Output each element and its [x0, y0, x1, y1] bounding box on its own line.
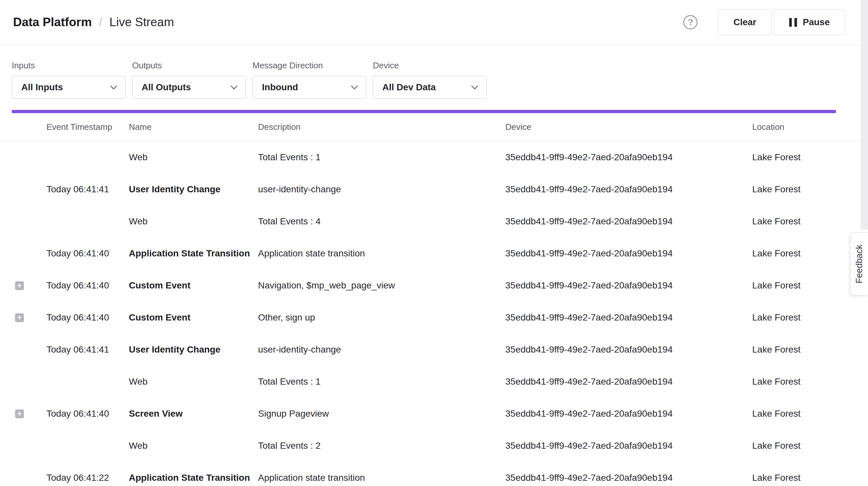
- table-row[interactable]: WebTotal Events : 435eddb41-9ff9-49e2-7a…: [0, 205, 868, 238]
- event-name: Application State Transition: [129, 473, 258, 483]
- event-description: Total Events : 2: [258, 441, 505, 451]
- event-device-id: 35eddb41-9ff9-49e2-7aed-20afa90eb194: [505, 441, 752, 451]
- table-row[interactable]: Today 06:41:22Application State Transiti…: [0, 462, 868, 486]
- scrollbar[interactable]: [861, 0, 868, 230]
- event-name: Web: [129, 441, 258, 451]
- event-location: Lake Forest: [752, 344, 836, 355]
- event-device-id: 35eddb41-9ff9-49e2-7aed-20afa90eb194: [505, 152, 752, 162]
- table-row[interactable]: WebTotal Events : 135eddb41-9ff9-49e2-7a…: [0, 366, 868, 398]
- event-device-id: 35eddb41-9ff9-49e2-7aed-20afa90eb194: [505, 184, 752, 194]
- event-device-id: 35eddb41-9ff9-49e2-7aed-20afa90eb194: [505, 216, 752, 226]
- filter-bar: Inputs All Inputs Outputs All Outputs Me…: [0, 45, 868, 99]
- event-timestamp: Today 06:41:41: [46, 184, 129, 194]
- event-device-id: 35eddb41-9ff9-49e2-7aed-20afa90eb194: [505, 312, 752, 323]
- pause-icon: [789, 18, 797, 27]
- event-timestamp: Today 06:41:40: [46, 408, 129, 419]
- expand-row-icon[interactable]: +: [15, 409, 24, 418]
- chevron-down-icon: [471, 83, 478, 89]
- event-location: Lake Forest: [752, 408, 836, 419]
- table-row[interactable]: Today 06:41:41User Identity Changeuser-i…: [0, 334, 868, 366]
- breadcrumb-root[interactable]: Data Platform: [13, 16, 92, 29]
- feedback-tab[interactable]: Feedback: [850, 233, 868, 295]
- pause-button[interactable]: Pause: [774, 9, 845, 35]
- column-description: Description: [258, 122, 505, 132]
- filter-device: Device All Dev Data: [373, 61, 487, 99]
- filter-outputs: Outputs All Outputs: [132, 61, 246, 99]
- filter-label: Outputs: [132, 61, 246, 71]
- filter-message-direction: Message Direction Inbound: [252, 61, 366, 99]
- page-title: Live Stream: [110, 16, 174, 29]
- event-device-id: 35eddb41-9ff9-49e2-7aed-20afa90eb194: [505, 248, 752, 259]
- expand-cell: +: [12, 409, 46, 418]
- filter-label: Device: [373, 61, 487, 71]
- table-row[interactable]: +Today 06:41:40Custom EventNavigation, $…: [0, 270, 868, 302]
- expand-cell: +: [12, 281, 46, 290]
- inputs-select[interactable]: All Inputs: [12, 76, 126, 99]
- table-row[interactable]: Today 06:41:41User Identity Changeuser-i…: [0, 173, 868, 205]
- pause-button-label: Pause: [803, 17, 830, 28]
- breadcrumb-separator: /: [99, 16, 102, 29]
- table-row[interactable]: Today 06:41:40Application State Transiti…: [0, 238, 868, 270]
- event-name: Application State Transition: [129, 248, 258, 259]
- table-row[interactable]: +Today 06:41:40Screen ViewSignup Pagevie…: [0, 398, 868, 430]
- chevron-down-icon: [351, 83, 358, 89]
- live-stream-activity-bar: [12, 110, 836, 113]
- event-device-id: 35eddb41-9ff9-49e2-7aed-20afa90eb194: [505, 408, 752, 419]
- event-device-id: 35eddb41-9ff9-49e2-7aed-20afa90eb194: [505, 473, 752, 483]
- expand-row-icon[interactable]: +: [15, 281, 24, 290]
- help-icon[interactable]: ?: [683, 15, 698, 29]
- column-device: Device: [505, 122, 752, 132]
- event-description: Total Events : 4: [258, 216, 505, 226]
- event-timestamp: Today 06:41:40: [46, 280, 129, 291]
- message-direction-select-value: Inbound: [262, 82, 298, 93]
- event-location: Lake Forest: [752, 184, 836, 194]
- event-name: Web: [129, 376, 258, 387]
- expand-row-icon[interactable]: +: [15, 313, 24, 322]
- breadcrumb: Data Platform / Live Stream: [13, 16, 174, 29]
- event-name: Custom Event: [129, 312, 258, 323]
- column-event-timestamp: Event Timestamp: [46, 122, 129, 132]
- filter-label: Message Direction: [252, 61, 366, 71]
- event-description: Application state transition: [258, 248, 505, 259]
- event-location: Lake Forest: [752, 441, 836, 451]
- event-description: Navigation, $mp_web_page_view: [258, 280, 505, 291]
- device-select-value: All Dev Data: [382, 82, 436, 93]
- page-header: Data Platform / Live Stream ? Clear Paus…: [0, 0, 868, 45]
- event-location: Lake Forest: [752, 152, 836, 162]
- event-description: user-identity-change: [258, 344, 505, 355]
- chevron-down-icon: [110, 83, 117, 89]
- outputs-select[interactable]: All Outputs: [132, 76, 246, 99]
- event-description: Total Events : 1: [258, 152, 505, 162]
- event-timestamp: Today 06:41:22: [46, 473, 129, 483]
- message-direction-select[interactable]: Inbound: [252, 76, 366, 99]
- table-row[interactable]: WebTotal Events : 135eddb41-9ff9-49e2-7a…: [0, 141, 868, 173]
- expand-cell: +: [12, 313, 46, 322]
- event-name: Web: [129, 216, 258, 226]
- event-timestamp: Today 06:41:40: [46, 248, 129, 259]
- filter-label: Inputs: [12, 61, 126, 71]
- device-select[interactable]: All Dev Data: [373, 76, 487, 99]
- event-timestamp: Today 06:41:41: [46, 344, 129, 355]
- clear-button[interactable]: Clear: [718, 9, 772, 35]
- event-device-id: 35eddb41-9ff9-49e2-7aed-20afa90eb194: [505, 344, 752, 355]
- event-location: Lake Forest: [752, 473, 836, 483]
- outputs-select-value: All Outputs: [142, 82, 191, 93]
- event-description: user-identity-change: [258, 184, 505, 194]
- filter-inputs: Inputs All Inputs: [12, 61, 126, 99]
- table-header: Event Timestamp Name Description Device …: [0, 113, 868, 141]
- column-location: Location: [752, 122, 836, 132]
- table-row[interactable]: WebTotal Events : 235eddb41-9ff9-49e2-7a…: [0, 430, 868, 462]
- event-description: Total Events : 1: [258, 376, 505, 387]
- event-device-id: 35eddb41-9ff9-49e2-7aed-20afa90eb194: [505, 280, 752, 291]
- event-description: Other, sign up: [258, 312, 505, 323]
- event-description: Signup Pageview: [258, 408, 505, 419]
- table-row[interactable]: +Today 06:41:40Custom EventOther, sign u…: [0, 302, 868, 334]
- event-location: Lake Forest: [752, 312, 836, 323]
- event-location: Lake Forest: [752, 216, 836, 226]
- column-name: Name: [129, 122, 258, 132]
- event-name: Custom Event: [129, 280, 258, 291]
- event-timestamp: Today 06:41:40: [46, 312, 129, 323]
- feedback-tab-label: Feedback: [854, 245, 864, 283]
- event-device-id: 35eddb41-9ff9-49e2-7aed-20afa90eb194: [505, 376, 752, 387]
- event-location: Lake Forest: [752, 280, 836, 291]
